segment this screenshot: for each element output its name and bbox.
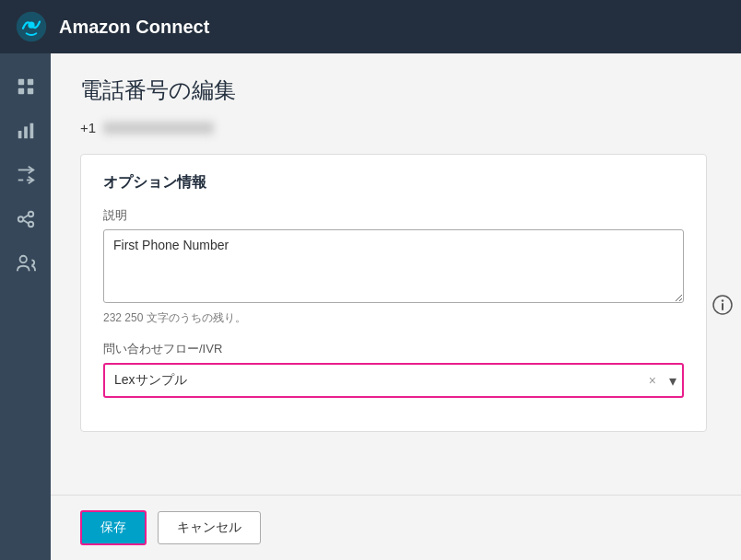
svg-point-13 [28, 212, 33, 217]
svg-line-15 [23, 215, 29, 218]
grid-icon [16, 76, 36, 97]
phone-number-blurred [103, 122, 214, 134]
footer: 保存 キャンセル [51, 495, 741, 560]
svg-rect-5 [27, 88, 32, 94]
svg-point-1 [28, 22, 34, 29]
flow-group: 問い合わせフロー/IVR Lexサンプル × ▾ [103, 341, 684, 398]
routing-icon [16, 165, 36, 185]
svg-point-12 [18, 216, 23, 222]
description-input[interactable]: First Phone Number [103, 229, 684, 303]
svg-rect-8 [29, 123, 33, 139]
svg-line-16 [23, 220, 29, 224]
page-content: 電話番号の編集 +1 オプション情報 説明 First Phone Number… [51, 53, 741, 495]
sidebar-item-users[interactable] [7, 245, 44, 282]
info-icon[interactable] [712, 294, 734, 316]
app-title: Amazon Connect [59, 17, 209, 38]
svg-point-14 [28, 222, 33, 228]
svg-point-17 [19, 256, 26, 262]
users-icon [16, 253, 36, 274]
sidebar-item-metrics[interactable] [7, 112, 44, 149]
flow-selected-value: Lexサンプル [114, 372, 187, 389]
sidebar-item-routing[interactable] [7, 157, 44, 193]
flows-icon [16, 209, 36, 229]
flow-select[interactable]: Lexサンプル [103, 363, 684, 398]
options-section-title: オプション情報 [103, 173, 684, 192]
svg-rect-2 [18, 79, 23, 85]
sidebar [0, 53, 51, 560]
cancel-button[interactable]: キャンセル [158, 511, 261, 544]
svg-rect-7 [24, 126, 28, 138]
app-header: Amazon Connect [0, 0, 741, 53]
app-logo [15, 10, 48, 43]
sidebar-item-dashboard[interactable] [7, 68, 44, 105]
options-card: オプション情報 説明 First Phone Number 232 250 文字… [80, 154, 707, 432]
flow-select-wrapper: Lexサンプル × ▾ [103, 363, 684, 398]
description-group: 説明 First Phone Number 232 250 文字のうちの残り。 [103, 207, 684, 326]
main-layout: 電話番号の編集 +1 オプション情報 説明 First Phone Number… [0, 53, 741, 560]
char-count: 232 250 文字のうちの残り。 [103, 310, 684, 326]
flow-label: 問い合わせフロー/IVR [103, 341, 684, 357]
bar-chart-icon [16, 121, 36, 141]
save-button[interactable]: 保存 [80, 510, 147, 545]
description-label: 説明 [103, 207, 684, 224]
svg-rect-4 [18, 88, 23, 94]
svg-rect-6 [18, 131, 21, 138]
phone-number-display: +1 [80, 120, 712, 135]
select-clear-button[interactable]: × [649, 373, 656, 388]
svg-point-20 [722, 299, 723, 301]
content-area: 電話番号の編集 +1 オプション情報 説明 First Phone Number… [51, 53, 741, 560]
svg-rect-3 [27, 79, 32, 85]
phone-prefix: +1 [80, 120, 96, 135]
sidebar-item-flows[interactable] [7, 201, 44, 238]
page-title: 電話番号の編集 [80, 76, 712, 105]
info-icon-container [712, 294, 734, 320]
